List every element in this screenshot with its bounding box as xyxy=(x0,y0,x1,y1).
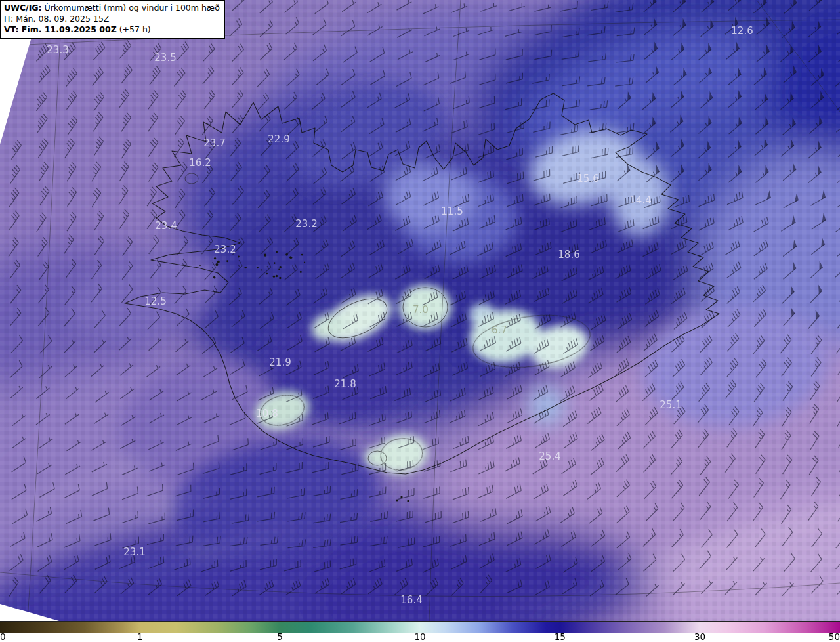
map-value-label: 18.6 xyxy=(558,249,579,261)
map-value-label: 7.0 xyxy=(413,304,429,316)
colorbar-tick-label: 0 xyxy=(0,631,6,642)
island-dot xyxy=(291,257,293,259)
island-dot xyxy=(279,266,282,268)
island-dot xyxy=(261,269,262,270)
island-dot xyxy=(238,256,240,258)
map-value-label: 15.6 xyxy=(577,173,598,184)
map-value-label: 21.8 xyxy=(334,378,356,390)
lead-time: (+57 h) xyxy=(117,24,151,34)
map-value-label: 25.1 xyxy=(660,399,681,411)
map-value-label: 14.4 xyxy=(629,194,651,206)
title-box: UWC/IG: Úrkomumætti (mm) og vindur i 100… xyxy=(0,0,225,39)
map-value-label: 23.2 xyxy=(214,244,236,255)
island-dot xyxy=(226,260,228,262)
island-dot xyxy=(300,271,302,273)
title-line-init-time: IT: Mán. 08. 09. 2025 15Z xyxy=(4,14,220,25)
island-dot xyxy=(279,277,282,280)
product-name: Úrkomumætti (mm) og vindur i 100m hæð xyxy=(42,3,220,12)
map-value-label: 6.7 xyxy=(492,324,507,336)
map-value-label: 12.5 xyxy=(144,295,166,307)
map-value-label: 23.2 xyxy=(295,218,317,230)
colorbar-tick-label: 1 xyxy=(137,631,143,642)
island-dot xyxy=(301,254,303,256)
map-value-label: 16.2 xyxy=(189,157,211,169)
map-value-label: 16.4 xyxy=(400,594,422,606)
model-name: UWC/IG: xyxy=(4,3,42,12)
map-value-label: 25.4 xyxy=(539,450,560,462)
island-dot xyxy=(276,251,278,253)
island-dot xyxy=(213,276,216,279)
island-dot xyxy=(278,268,280,270)
map-value-label: 21.9 xyxy=(269,356,291,368)
map-value-label: 23.4 xyxy=(155,220,177,232)
weather-map-screenshot: 23.323.512.623.722.916.215.614.423.423.2… xyxy=(0,0,840,642)
colorbar-tick-label: 50 xyxy=(829,631,840,642)
map-value-label: 10.8 xyxy=(256,408,278,419)
island-dot xyxy=(214,257,216,259)
island-dot xyxy=(217,261,220,263)
colorbar-tick-label: 5 xyxy=(277,631,283,642)
map-canvas: 23.323.512.623.722.916.215.614.423.423.2… xyxy=(0,0,840,621)
island-dot xyxy=(274,262,276,264)
map-value-label: 23.7 xyxy=(203,137,225,149)
island-dot xyxy=(200,265,201,267)
map-value-label: 11.5 xyxy=(441,205,463,217)
map-value-label: 22.9 xyxy=(268,133,289,145)
map-value-label: 23.5 xyxy=(154,52,176,64)
valid-time: VT: Fim. 11.09.2025 00Z xyxy=(4,24,117,34)
island-dot xyxy=(407,500,409,502)
island-dot xyxy=(266,273,268,275)
colorbar-tick-labels: 01510153050 xyxy=(0,633,840,642)
island-dot xyxy=(215,263,218,266)
title-line-valid-time: VT: Fim. 11.09.2025 00Z (+57 h) xyxy=(4,24,220,35)
title-line-product: UWC/IG: Úrkomumætti (mm) og vindur i 100… xyxy=(4,3,220,14)
island-dot xyxy=(273,275,275,277)
map-value-label: 12.6 xyxy=(731,25,753,37)
colorbar-tick-label: 15 xyxy=(555,631,566,642)
colorbar-tick-label: 10 xyxy=(414,631,425,642)
island-dot xyxy=(257,267,259,268)
island-dot xyxy=(276,275,278,277)
island-dot xyxy=(264,254,266,257)
precipitation-wind-map: 23.323.512.623.722.916.215.614.423.423.2… xyxy=(0,0,840,621)
map-value-label: 23.1 xyxy=(123,546,145,558)
map-value-label: 23.3 xyxy=(47,44,68,56)
island-dot xyxy=(245,267,247,268)
island-dot xyxy=(304,262,305,263)
colorbar-tick-label: 30 xyxy=(694,631,705,642)
